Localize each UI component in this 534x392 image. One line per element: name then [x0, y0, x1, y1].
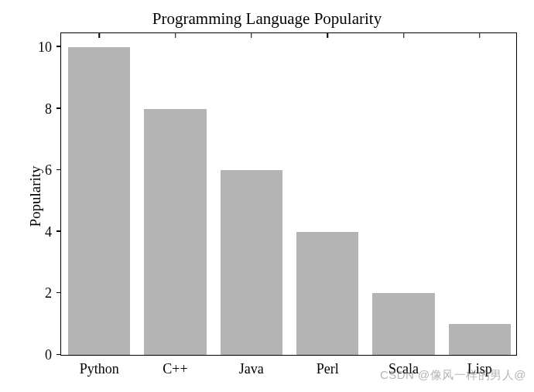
y-tick-mark — [56, 230, 61, 232]
y-tick-mark — [56, 107, 61, 109]
y-tick-mark — [56, 354, 61, 356]
y-tick-label: 2 — [30, 285, 61, 302]
y-tick-label: 10 — [30, 39, 61, 55]
bar-chart: Programming Language Popularity Populari… — [0, 0, 534, 392]
bar — [372, 293, 435, 355]
watermark-text: CSDN @像风一样的男人@ — [380, 368, 526, 383]
y-tick-label: 4 — [30, 223, 61, 240]
x-tick-mark — [403, 33, 405, 38]
bar — [296, 232, 359, 355]
x-tick-label: Java — [239, 355, 264, 377]
y-tick-label: 0 — [30, 347, 61, 363]
y-tick-mark — [56, 46, 61, 47]
y-tick-label: 6 — [30, 162, 61, 179]
x-tick-mark — [98, 33, 100, 38]
x-tick-mark — [251, 33, 252, 38]
chart-title: Programming Language Popularity — [0, 9, 534, 29]
x-tick-label: Python — [80, 355, 119, 377]
plot-area: 0246810 PythonC++JavaPerlScalaLisp — [60, 32, 517, 356]
y-tick-label: 8 — [30, 101, 61, 117]
bar — [144, 109, 207, 355]
bar — [449, 324, 512, 355]
x-tick-mark — [175, 33, 176, 38]
bar — [68, 47, 131, 355]
y-tick-mark — [56, 292, 61, 294]
x-tick-mark — [479, 33, 481, 38]
x-tick-label: C++ — [163, 355, 187, 377]
y-tick-mark — [56, 169, 61, 171]
bar — [221, 170, 283, 355]
x-tick-label: Perl — [317, 355, 339, 377]
bars-container — [61, 33, 516, 355]
x-tick-mark — [327, 33, 328, 38]
